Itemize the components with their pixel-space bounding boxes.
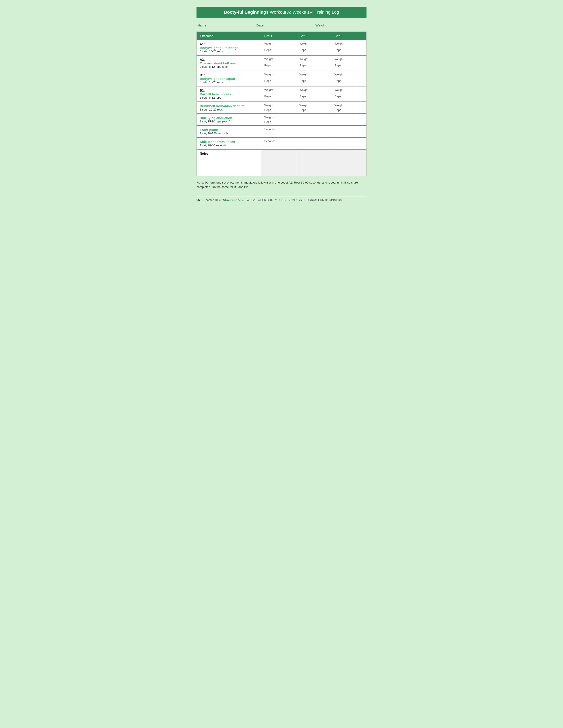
data-cell-reps: Reps xyxy=(261,120,296,126)
data-cell-reps: Reps xyxy=(296,108,332,114)
exercise-sets: 3 sets, 10-20 reps xyxy=(200,81,258,84)
data-cell-reps: Reps xyxy=(332,94,367,102)
data-cell-bot xyxy=(296,146,332,149)
exercise-name: One arm dumbbell row xyxy=(200,61,258,65)
data-cell-weight: Weight xyxy=(296,40,332,48)
col-set3: Set 3 xyxy=(332,32,367,40)
weight-field: Weight: xyxy=(316,23,366,27)
exercise-name: Bodyweight box squat xyxy=(200,77,258,81)
data-cell-weight: Weight xyxy=(261,71,296,79)
name-field: Name: xyxy=(197,23,247,27)
data-cell-bot xyxy=(296,134,332,137)
data-cell-top xyxy=(332,137,367,146)
notes-data-cell xyxy=(261,149,296,176)
data-cell-weight: Weight xyxy=(332,102,367,108)
exercise-label: A1: xyxy=(200,42,258,46)
data-cell-reps xyxy=(332,120,367,126)
data-cell-weight: Weight xyxy=(261,55,296,63)
table-row: B2:Barbell bench press3 sets, 8-12 repsW… xyxy=(197,86,367,94)
notes-label: Notes: xyxy=(197,149,261,176)
table-row: Dumbbell Romanian deadlift3 sets, 10-20 … xyxy=(197,102,367,108)
data-cell-reps: Reps xyxy=(261,79,296,86)
exercise-label: B1: xyxy=(200,73,258,77)
data-cell-weight: Weight xyxy=(296,86,332,94)
data-cell-top xyxy=(296,126,332,134)
note-footer: Note: Perform one set of A1 then immedia… xyxy=(196,180,367,190)
table-row: B1:Bodyweight box squat3 sets, 10-20 rep… xyxy=(197,71,367,79)
data-cell-weight: Weight xyxy=(332,55,367,63)
data-cell-weight: Weight xyxy=(332,71,367,79)
exercise-label: B2: xyxy=(200,89,258,92)
data-cell-weight: Weight xyxy=(332,40,367,48)
data-cell-reps: Reps xyxy=(332,63,367,71)
notes-data-cell xyxy=(332,149,367,176)
data-cell-bot xyxy=(261,134,296,137)
data-cell-top xyxy=(296,137,332,146)
workout-table: Exercise Set 1 Set 2 Set 3 A1:Bodyweight… xyxy=(196,32,367,176)
data-cell-weight: Weight xyxy=(261,86,296,94)
col-set1: Set 1 xyxy=(261,32,296,40)
exercise-name: Bodyweight glute bridge xyxy=(200,46,258,50)
table-row: Front plank1 set, 20-120 secondsSeconds xyxy=(197,126,367,134)
data-cell-weight: Weight xyxy=(296,102,332,108)
data-cell-bot xyxy=(332,146,367,149)
data-cell-weight: Weight xyxy=(261,114,296,120)
table-row: Side plank from knees1 set, 20-60 second… xyxy=(197,137,367,146)
data-cell-reps: Reps xyxy=(261,94,296,102)
exercise-name: Dumbbell Romanian deadlift xyxy=(200,104,258,108)
data-cell-weight xyxy=(296,114,332,120)
exercise-sets: 3 sets, 10-20 reps xyxy=(200,108,258,111)
data-cell-reps xyxy=(296,120,332,126)
data-cell-reps: Reps xyxy=(261,63,296,71)
data-cell-weight: Weight xyxy=(332,86,367,94)
exercise-name: Front plank xyxy=(200,128,258,132)
data-cell-weight: Weight xyxy=(296,71,332,79)
header-fields: Name: Date: Weight: xyxy=(196,23,367,27)
exercise-sets: 3 sets, 8-12 reps (each) xyxy=(200,65,258,68)
data-cell-reps: Reps xyxy=(332,79,367,86)
exercise-name: Barbell bench press xyxy=(200,92,258,96)
notes-row: Notes: xyxy=(197,149,367,176)
exercise-sets: 1 set, 20-60 seconds xyxy=(200,144,258,147)
table-header-row: Exercise Set 1 Set 2 Set 3 xyxy=(197,32,367,40)
col-set2: Set 2 xyxy=(296,32,332,40)
data-cell-bot xyxy=(261,146,296,149)
col-exercise: Exercise xyxy=(197,32,261,40)
notes-data-cell xyxy=(296,149,332,176)
data-cell-reps: Reps xyxy=(296,79,332,86)
page-title: Booty-ful Beginnings Workout A: Weeks 1-… xyxy=(196,7,367,18)
date-field: Date: xyxy=(256,23,307,27)
data-cell-bot xyxy=(332,134,367,137)
data-cell-weight xyxy=(332,114,367,120)
exercise-name: Side lying abduction xyxy=(200,116,258,120)
exercise-sets: 3 sets, 8-12 reps xyxy=(200,96,258,99)
data-cell-weight: Weight xyxy=(296,55,332,63)
data-cell-top: Seconds xyxy=(261,137,296,146)
data-cell-reps: Reps xyxy=(296,48,332,55)
exercise-sets: 1 set, 20-120 seconds xyxy=(200,132,258,135)
exercise-name: Side plank from knees xyxy=(200,140,258,144)
data-cell-reps: Reps xyxy=(332,108,367,114)
exercise-label: A2: xyxy=(200,58,258,61)
data-cell-reps: Reps xyxy=(296,94,332,102)
data-cell-top: Seconds xyxy=(261,126,296,134)
data-cell-reps: Reps xyxy=(332,48,367,55)
data-cell-reps: Reps xyxy=(296,63,332,71)
table-row: A2:One arm dumbbell row3 sets, 8-12 reps… xyxy=(197,55,367,63)
footer-bar: 96 Chapter 10: STRONG CURVES TWELVE-WEEK… xyxy=(196,196,367,202)
exercise-sets: 3 sets, 10-20 reps xyxy=(200,50,258,53)
data-cell-weight: Weight xyxy=(261,40,296,48)
data-cell-weight: Weight xyxy=(261,102,296,108)
data-cell-reps: Reps xyxy=(261,108,296,114)
data-cell-top xyxy=(332,126,367,134)
exercise-sets: 1 set, 15-30 reps (each) xyxy=(200,120,258,123)
table-row: A1:Bodyweight glute bridge3 sets, 10-20 … xyxy=(197,40,367,48)
table-row: Side lying abduction1 set, 15-30 reps (e… xyxy=(197,114,367,120)
data-cell-reps: Reps xyxy=(261,48,296,55)
